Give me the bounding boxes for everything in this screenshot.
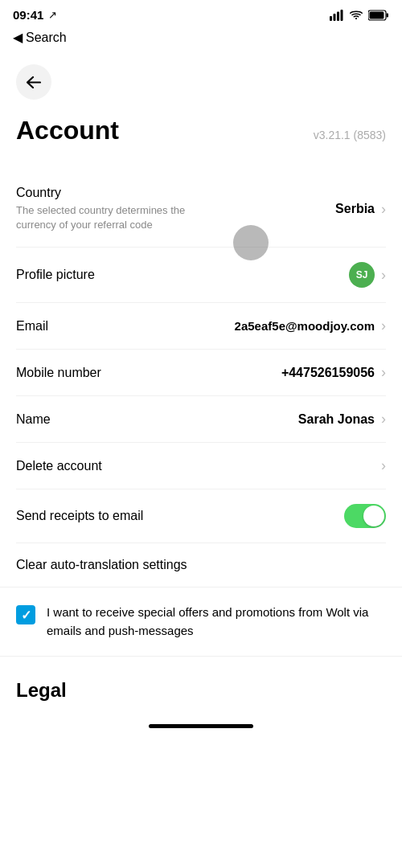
email-row[interactable]: Email 2a5eaf5e@moodjoy.com › [16, 303, 386, 350]
back-link[interactable]: ◀ Search [13, 30, 67, 45]
offers-checkbox[interactable]: ✓ [16, 605, 35, 624]
country-sublabel: The selected country determines the curr… [16, 203, 225, 232]
profile-picture-right: SJ › [349, 262, 386, 288]
country-value: Serbia [335, 202, 375, 216]
name-right: Sarah Jonas › [298, 411, 386, 428]
delete-account-chevron-icon: › [381, 457, 386, 474]
send-receipts-toggle[interactable] [344, 504, 386, 528]
svg-rect-0 [330, 16, 332, 21]
mobile-number-label: Mobile number [16, 366, 101, 380]
legal-title: Legal [16, 679, 386, 702]
status-bar: 09:41 ↗ [0, 0, 402, 27]
delete-account-row[interactable]: Delete account › [16, 443, 386, 489]
country-row[interactable]: Country The selected country determines … [16, 171, 386, 248]
mobile-number-right: +447526159056 › [281, 364, 386, 381]
back-button[interactable] [16, 64, 51, 100]
toggle-slider [344, 504, 386, 528]
checkmark-icon: ✓ [21, 608, 31, 623]
legal-section: Legal [0, 657, 402, 708]
page-title: Account [16, 116, 119, 145]
delete-account-right: › [381, 457, 386, 474]
status-time: 09:41 [13, 8, 43, 22]
nav-bar: ◀ Search [0, 27, 402, 51]
offers-checkbox-row[interactable]: ✓ I want to receive special offers and p… [0, 588, 402, 657]
clear-translation-label: Clear auto-translation settings [16, 558, 187, 571]
send-receipts-right [344, 504, 386, 528]
back-circle-arrow-icon [27, 76, 41, 88]
country-right: Serbia › [335, 201, 386, 218]
avatar: SJ [349, 262, 375, 288]
name-row[interactable]: Name Sarah Jonas › [16, 396, 386, 443]
send-receipts-row[interactable]: Send receipts to email [16, 489, 386, 543]
back-arrow-icon: ◀ [13, 30, 23, 45]
email-right: 2a5eaf5e@moodjoy.com › [235, 317, 386, 334]
name-chevron-icon: › [381, 411, 386, 428]
svg-rect-6 [387, 13, 389, 17]
version-label: v3.21.1 (8583) [314, 129, 386, 141]
battery-icon [368, 10, 389, 21]
email-chevron-icon: › [381, 317, 386, 334]
location-arrow-icon: ↗ [48, 9, 57, 21]
settings-list: Country The selected country determines … [0, 171, 402, 543]
svg-rect-2 [337, 11, 339, 21]
offers-checkbox-label: I want to receive special offers and pro… [47, 604, 386, 640]
back-label: Search [26, 31, 67, 45]
mobile-number-row[interactable]: Mobile number +447526159056 › [16, 350, 386, 396]
country-label: Country [16, 186, 225, 200]
svg-rect-3 [341, 10, 343, 21]
send-receipts-label: Send receipts to email [16, 509, 143, 523]
wifi-icon [349, 10, 363, 21]
header-section: Account v3.21.1 (8583) [0, 51, 402, 171]
country-chevron-icon: › [381, 201, 386, 218]
profile-picture-label: Profile picture [16, 268, 95, 282]
profile-picture-row[interactable]: Profile picture SJ › [16, 248, 386, 303]
home-bar [149, 724, 253, 728]
name-value: Sarah Jonas [298, 412, 375, 427]
email-value: 2a5eaf5e@moodjoy.com [235, 319, 375, 333]
mobile-chevron-icon: › [381, 364, 386, 381]
svg-rect-1 [334, 14, 336, 21]
signal-icon [330, 10, 344, 21]
email-label: Email [16, 319, 48, 334]
svg-rect-5 [370, 11, 384, 18]
status-icons [330, 10, 389, 21]
name-label: Name [16, 412, 51, 427]
clear-translation-row[interactable]: Clear auto-translation settings [0, 543, 402, 588]
delete-account-label: Delete account [16, 459, 102, 473]
home-indicator [0, 708, 402, 738]
mobile-number-value: +447526159056 [281, 366, 375, 380]
profile-picture-chevron-icon: › [381, 267, 386, 284]
avatar-initials: SJ [356, 269, 368, 280]
country-left: Country The selected country determines … [16, 186, 225, 232]
